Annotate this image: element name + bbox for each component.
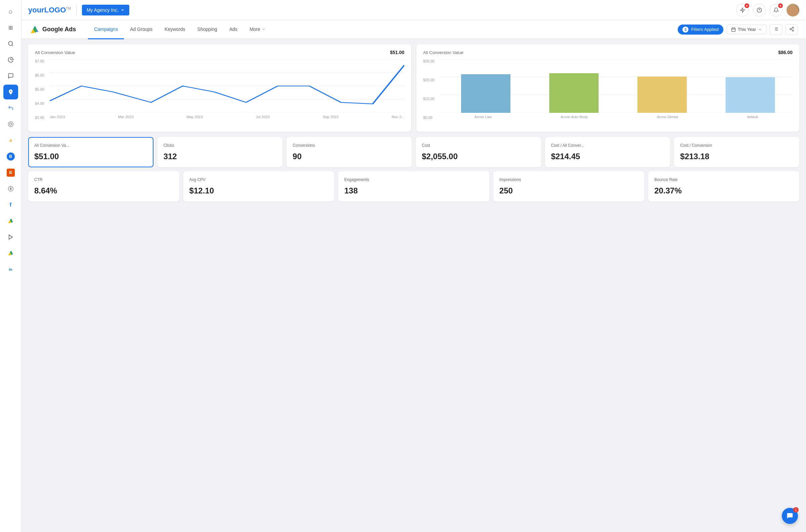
bar-chart-title: All Conversion Value [423, 50, 463, 55]
more-label: More [250, 26, 260, 32]
metric-card-5[interactable]: Cost / Conversion $213.18 [674, 137, 799, 167]
sidebar-item-google-ads[interactable] [3, 214, 18, 228]
chat-badge: 1 [793, 507, 799, 513]
bar-y-label-2: $20.00 [423, 78, 435, 82]
sidebar-item-home[interactable]: ⌂ [3, 4, 18, 19]
sub-header-right: 3 Filters Applied This Year [678, 24, 798, 35]
metric2-label-3: Impressions [499, 177, 638, 182]
bar-acme-dental[interactable] [637, 77, 687, 113]
user-avatar[interactable] [787, 4, 799, 17]
sidebar-item-b2[interactable]: B [3, 165, 18, 180]
sidebar-item-amazon[interactable]: a [3, 133, 18, 148]
bar-x-label-3: Acme Dental [657, 115, 678, 119]
sidebar-item-comment[interactable] [3, 69, 18, 83]
metric-card-2-4[interactable]: Bounce Rate 20.37% [648, 171, 799, 202]
sidebar-item-grid[interactable]: ⊞ [3, 20, 18, 35]
x-label-6: Nov 2... [391, 115, 404, 119]
bar-default[interactable] [726, 77, 775, 113]
sidebar-item-pin[interactable] [3, 84, 18, 99]
metric-card-2-0[interactable]: CTR 8.64% [28, 171, 179, 202]
svg-point-0 [8, 41, 13, 45]
tab-ads[interactable]: Ads [223, 20, 244, 39]
metric-card-1[interactable]: Clicks 312 [157, 137, 283, 167]
svg-point-20 [790, 28, 791, 30]
bar-x-label-2: Acme Auto Body [560, 115, 588, 119]
share-icon [789, 26, 794, 32]
svg-point-2 [8, 122, 13, 127]
metric-card-0[interactable]: All Conversion Va... $51.00 [28, 137, 153, 167]
metric-label-2: Conversions [292, 143, 406, 148]
date-chevron-icon [758, 27, 762, 32]
y-axis-labels: $7.00 $6.00 $5.00 $4.00 $3.00 [35, 59, 44, 119]
logo-your: your [28, 6, 44, 14]
metric-card-2-1[interactable]: Avg CPV $12.10 [184, 171, 334, 202]
sidebar-item-chart[interactable] [3, 52, 18, 67]
bar-y-label-1: $30.00 [423, 59, 435, 63]
tab-shopping[interactable]: Shopping [191, 20, 223, 39]
metric-card-2-3[interactable]: Impressions 250 [493, 171, 645, 202]
metric-card-2-2[interactable]: Engagements 138 [338, 171, 489, 202]
svg-line-23 [791, 28, 792, 28]
agency-label: My Agency Inc. [87, 7, 118, 13]
bar-y-label-3: $10.00 [423, 97, 435, 101]
tab-ad-groups[interactable]: Ad Groups [124, 20, 158, 39]
metric2-value-3: 250 [499, 186, 638, 195]
bar-x-label-4: default [747, 115, 758, 119]
dashboard: All Conversion Value $51.00 $7.00 $6.00 … [21, 39, 806, 207]
lightning-icon [740, 7, 745, 13]
bar-chart-card: All Conversion Value $86.00 $30.00 $20.0… [417, 44, 799, 132]
share-button[interactable] [786, 24, 798, 35]
metric-label-5: Cost / Conversion [680, 143, 793, 148]
metric-card-2[interactable]: Conversions 90 [286, 137, 412, 167]
x-axis-labels: Jan 2023 Mar 2023 May 2023 Jul 2023 Sep … [50, 115, 404, 119]
metric-card-4[interactable]: Cost / All Conver... $214.45 [545, 137, 670, 167]
metric-value-5: $213.18 [680, 152, 793, 161]
line-chart-card: All Conversion Value $51.00 $7.00 $6.00 … [28, 44, 411, 132]
sidebar-item-b1[interactable]: B [3, 149, 18, 164]
filters-button[interactable]: 3 Filters Applied [678, 24, 723, 35]
tab-more[interactable]: More [244, 20, 272, 39]
metric2-label-2: Engagements [344, 177, 483, 182]
google-ads-brand-icon [30, 25, 39, 34]
more-chevron-icon [262, 27, 266, 31]
metric-card-3[interactable]: Cost $2,055.00 [416, 137, 541, 167]
agency-selector[interactable]: My Agency Inc. [82, 5, 129, 16]
chat-bubble[interactable]: 1 [782, 508, 798, 524]
sidebar-item-play[interactable] [3, 230, 18, 245]
metric-value-2: 90 [292, 152, 406, 161]
notification-badge: ● [778, 3, 783, 8]
filters-label: Filters Applied [691, 27, 719, 32]
sidebar-item-search[interactable] [3, 36, 18, 51]
notifications-button[interactable]: ● [770, 4, 783, 17]
metric2-value-2: 138 [344, 186, 483, 195]
sidebar-item-coin[interactable] [3, 182, 18, 196]
bar-acme-auto[interactable] [550, 73, 599, 113]
bar-chart-container: $30.00 $20.00 $10.00 $0.00 [423, 59, 792, 126]
line-chart-svg [50, 59, 404, 113]
sidebar-item-arrow[interactable] [3, 101, 18, 116]
sidebar-item-linkedin[interactable]: in [3, 262, 18, 277]
sidebar-item-facebook[interactable]: f [3, 197, 18, 212]
line-chart-header: All Conversion Value $51.00 [35, 50, 404, 55]
tab-keywords[interactable]: Keywords [158, 20, 191, 39]
nav-divider [76, 5, 77, 15]
bar-x-label-1: Acme Law [475, 115, 492, 119]
lightning-badge: ● [745, 3, 749, 8]
bar-acme-law[interactable] [461, 74, 511, 113]
metric2-label-1: Avg CPV [189, 177, 328, 182]
google-ads-title: Google Ads [42, 26, 76, 33]
svg-rect-9 [732, 28, 735, 32]
help-button[interactable] [753, 4, 766, 17]
metric-label-0: All Conversion Va... [34, 143, 148, 148]
content-area: Google Ads Campaigns Ad Groups Keywords … [21, 20, 806, 532]
lightning-button[interactable]: ● [736, 4, 749, 17]
svg-marker-5 [9, 235, 13, 240]
columns-icon [773, 26, 779, 32]
date-range-button[interactable]: This Year [727, 24, 766, 34]
charts-row: All Conversion Value $51.00 $7.00 $6.00 … [28, 44, 799, 132]
y-label-5: $3.00 [35, 116, 44, 119]
tab-campaigns[interactable]: Campaigns [88, 20, 124, 39]
sidebar-item-ring[interactable] [3, 117, 18, 132]
sidebar-item-google-a2[interactable] [3, 246, 18, 261]
columns-button[interactable] [770, 24, 782, 35]
